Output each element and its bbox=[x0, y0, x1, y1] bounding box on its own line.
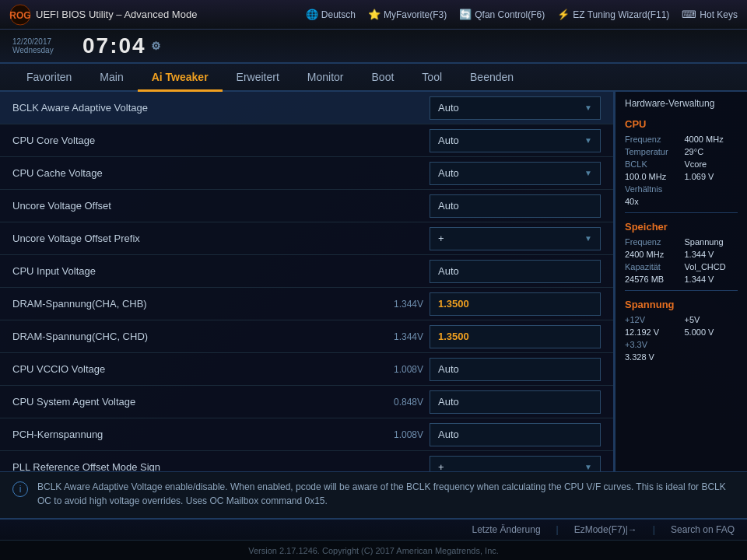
dropdown-cpu-core-voltage[interactable]: Auto ▼ bbox=[430, 129, 601, 152]
cpu-temp-value: 29°C bbox=[685, 147, 738, 156]
setting-label-uncore-offset: Uncore Voltage Offset bbox=[12, 194, 430, 218]
dropdown-bclk-aware[interactable]: Auto ▼ bbox=[430, 96, 601, 120]
top-bar: ROG UEFI BIOS Utility – Advanced Mode 🌐 … bbox=[0, 0, 747, 30]
hw-divider-2 bbox=[625, 290, 738, 291]
speicher-kap-value: 24576 MB bbox=[625, 275, 679, 284]
cpu-vcore-label: Vcore bbox=[685, 159, 738, 169]
ezmode-button[interactable]: EzMode(F7)|→ bbox=[574, 524, 637, 535]
dropdown-cpu-cache-voltage-value: Auto bbox=[438, 167, 459, 179]
dropdown-pll-reference[interactable]: + ▼ bbox=[430, 456, 601, 472]
nav-bar: Favoriten Main Ai Tweaker Erweitert Moni… bbox=[0, 64, 747, 92]
bios-title: UEFI BIOS Utility – Advanced Mode bbox=[36, 9, 197, 20]
nav-ai-tweaker[interactable]: Ai Tweaker bbox=[138, 64, 223, 92]
tool-myfavorite[interactable]: ⭐ MyFavorite(F3) bbox=[368, 9, 447, 20]
setting-label-cpu-system-agent: CPU System Agent Voltage bbox=[12, 390, 384, 414]
speicher-info-grid: Frequenz Spannung 2400 MHz 1.344 V Kapaz… bbox=[625, 237, 738, 284]
globe-icon: 🌐 bbox=[306, 9, 318, 20]
status-divider-1: | bbox=[556, 524, 559, 535]
setting-label-dram-cha-chb: DRAM-Spannung(CHA, CHB) bbox=[12, 292, 384, 316]
hw-section-spannung-title: Spannung bbox=[625, 299, 738, 310]
setting-row-cpu-core-voltage: CPU Core Voltage Auto ▼ bbox=[0, 124, 613, 157]
tool-qfan[interactable]: 🔄 Qfan Control(F6) bbox=[459, 9, 545, 20]
tool-eztuning-label: EZ Tuning Wizard(F11) bbox=[573, 9, 669, 20]
setting-value-pll-reference: + ▼ bbox=[430, 456, 601, 472]
input-cpu-input-voltage[interactable] bbox=[430, 260, 601, 283]
tool-eztuning[interactable]: ⚡ EZ Tuning Wizard(F11) bbox=[557, 9, 669, 20]
nav-main[interactable]: Main bbox=[86, 64, 137, 92]
speicher-spannung-label: Spannung bbox=[685, 237, 738, 247]
star-icon: ⭐ bbox=[368, 9, 381, 20]
setting-label-bclk-aware: BCLK Aware Adaptive Voltage bbox=[12, 96, 430, 120]
description-text: BCLK Aware Adaptive Voltage enable/disab… bbox=[37, 480, 735, 508]
setting-value-cpu-core-voltage: Auto ▼ bbox=[430, 129, 601, 152]
input-cpu-system-agent[interactable] bbox=[430, 390, 601, 414]
spannung-33v-value: 3.328 V bbox=[625, 352, 679, 362]
speicher-freq-label: Frequenz bbox=[625, 237, 679, 247]
time-value: 07:04 bbox=[82, 33, 146, 58]
nav-erweitert[interactable]: Erweitert bbox=[223, 64, 293, 92]
tool-hotkeys[interactable]: ⌨ Hot Keys bbox=[682, 9, 738, 20]
setting-row-pch-kernspannung: PCH-Kernspannung 1.008V bbox=[0, 418, 613, 451]
chevron-down-icon: ▼ bbox=[584, 136, 592, 145]
description-bar: i BCLK Aware Adaptive Voltage enable/dis… bbox=[0, 471, 747, 518]
spannung-33v-empty bbox=[685, 340, 738, 349]
datetime-bar: 12/20/2017 Wednesday 07:04 ⚙ bbox=[0, 30, 747, 64]
dropdown-cpu-cache-voltage[interactable]: Auto ▼ bbox=[430, 162, 601, 185]
dropdown-bclk-aware-value: Auto bbox=[438, 102, 459, 114]
search-faq-button[interactable]: Search on FAQ bbox=[671, 524, 735, 535]
setting-row-cpu-system-agent: CPU System Agent Voltage 0.848V bbox=[0, 386, 613, 418]
setting-label-pch-kernspannung: PCH-Kernspannung bbox=[12, 422, 384, 446]
spannung-33v-label: +3.3V bbox=[625, 340, 679, 349]
cpu-info-grid: Frequenz 4000 MHz Temperatur 29°C BCLK V… bbox=[625, 135, 738, 206]
rog-logo-icon: ROG bbox=[9, 4, 31, 26]
setting-label-uncore-offset-prefix: Uncore Voltage Offset Prefix bbox=[12, 226, 430, 250]
letzte-aenderung-button[interactable]: Letzte Änderung bbox=[472, 524, 540, 535]
nav-boot[interactable]: Boot bbox=[358, 64, 409, 92]
setting-value-dram-cha-chb: 1.344V bbox=[384, 292, 601, 316]
setting-value-cpu-system-agent: 0.848V bbox=[384, 390, 601, 414]
setting-label-cpu-cache-voltage: CPU Cache Voltage bbox=[12, 161, 430, 185]
cpu-ratio-empty bbox=[685, 184, 738, 194]
search-faq-label: Search on FAQ bbox=[671, 524, 735, 535]
tool-deutsch[interactable]: 🌐 Deutsch bbox=[306, 9, 356, 20]
status-divider-2: | bbox=[653, 524, 655, 535]
speicher-spannung-value: 1.344 V bbox=[685, 250, 738, 259]
right-panel: Hardware-Verwaltung CPU Frequenz 4000 MH… bbox=[615, 92, 747, 471]
status-bar: Letzte Änderung | EzMode(F7)|→ | Search … bbox=[0, 518, 747, 540]
dropdown-uncore-offset-prefix-value: + bbox=[438, 233, 444, 244]
speicher-volchcd-value: 1.344 V bbox=[685, 275, 738, 284]
spannung-info-grid: +12V +5V 12.192 V 5.000 V +3.3V 3.328 V bbox=[625, 315, 738, 362]
input-pch-kernspannung[interactable] bbox=[430, 423, 601, 446]
input-cpu-vccio[interactable] bbox=[430, 358, 601, 381]
nav-favoriten[interactable]: Favoriten bbox=[12, 64, 86, 92]
tool-myfavorite-label: MyFavorite(F3) bbox=[384, 9, 447, 20]
cpu-ratio-empty2 bbox=[685, 197, 738, 206]
dropdown-uncore-offset-prefix[interactable]: + ▼ bbox=[430, 227, 601, 250]
nav-tool[interactable]: Tool bbox=[408, 64, 456, 92]
spannung-33v-empty2 bbox=[685, 352, 738, 362]
speicher-freq-value: 2400 MHz bbox=[625, 250, 679, 259]
spannung-5v-value: 5.000 V bbox=[685, 327, 738, 337]
setting-row-pll-reference: PLL Reference Offset Mode Sign + ▼ bbox=[0, 451, 613, 471]
hw-divider-1 bbox=[625, 212, 738, 213]
value-hint-pch-kernspannung: 1.008V bbox=[384, 429, 423, 440]
speicher-kap-label: Kapazität bbox=[625, 262, 679, 271]
setting-value-dram-chc-chd: 1.344V bbox=[384, 325, 601, 348]
setting-value-pch-kernspannung: 1.008V bbox=[384, 423, 601, 446]
dropdown-pll-reference-value: + bbox=[438, 461, 444, 471]
spannung-5v-label: +5V bbox=[685, 315, 738, 324]
setting-value-bclk-aware: Auto ▼ bbox=[430, 96, 601, 120]
input-dram-cha-chb[interactable] bbox=[430, 292, 601, 316]
value-hint-cpu-vccio: 1.008V bbox=[384, 364, 423, 375]
setting-row-bclk-aware: BCLK Aware Adaptive Voltage Auto ▼ bbox=[0, 92, 613, 124]
cpu-ratio-value: 40x bbox=[625, 197, 679, 206]
input-dram-chc-chd[interactable] bbox=[430, 325, 601, 348]
speicher-volchcd-label: Vol_CHCD bbox=[685, 262, 738, 271]
setting-label-cpu-core-voltage: CPU Core Voltage bbox=[12, 128, 430, 152]
nav-beenden[interactable]: Beenden bbox=[456, 64, 528, 92]
footer: Version 2.17.1246. Copyright (C) 2017 Am… bbox=[0, 540, 747, 560]
clock-gear-icon[interactable]: ⚙ bbox=[151, 40, 163, 52]
input-uncore-offset[interactable] bbox=[430, 194, 601, 218]
nav-monitor[interactable]: Monitor bbox=[293, 64, 358, 92]
setting-label-cpu-vccio: CPU VCCIO Voltage bbox=[12, 357, 384, 381]
